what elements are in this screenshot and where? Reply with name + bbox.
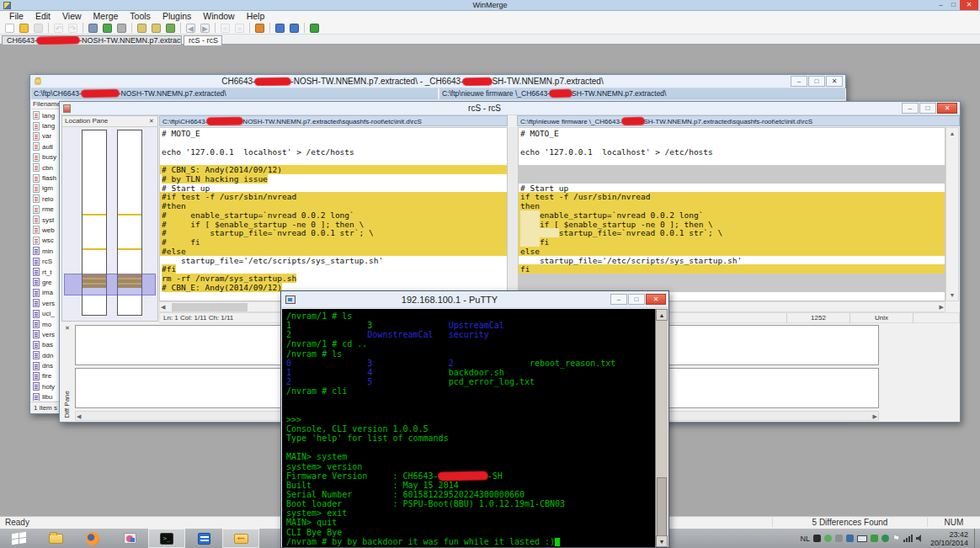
clock[interactable]: 23:42 20/10/2014 [930,530,968,547]
left-folder-path-header[interactable]: C:\ftp\CH6643--NOSH-TW.NNEMN.p7.extracte… [31,88,439,99]
minimize-button[interactable]: – [902,103,919,114]
diff-text: # CBN_E: Andy(2014/09/12) [162,283,282,292]
terminal-scrollbar[interactable]: ▲ ▼ [655,309,668,547]
toolbar[interactable]: ↶↷◀▶«» [0,22,980,35]
scroll-down-icon[interactable]: ▼ [656,535,668,547]
pane-divider[interactable] [508,127,518,301]
scroll-right-icon[interactable]: ▶ [873,413,877,420]
minimize-button[interactable]: – [610,294,627,305]
scroll-up-icon[interactable]: ▲ [946,128,958,139]
taskbar-blue-app[interactable] [185,529,222,548]
tab-folder-compare[interactable]: CH6643--NOSH-TW.NNEMN.p7.extracted\ - _C… [2,35,182,45]
menu-item-edit[interactable]: Edit [29,11,56,22]
scroll-up-icon[interactable]: ▲ [656,309,668,321]
action-center-flag-icon[interactable]: ⚑ [892,534,900,543]
close-icon[interactable]: ✕ [147,117,156,125]
taskbar-winmerge[interactable] [222,529,259,548]
maximize-button[interactable]: □ [919,103,936,114]
menu-bar[interactable]: FileEditViewMergeToolsPluginsWindowHelp [0,11,980,22]
minimize-button[interactable]: – [791,76,807,87]
rescan-button[interactable] [101,23,114,34]
start-button[interactable] [0,529,37,548]
right-code-editor[interactable]: # MOTO_Eecho '127.0.0.1 localhost' > /et… [518,127,945,301]
diff-block-c-button[interactable] [164,23,177,34]
close-button[interactable]: ✕ [937,103,957,114]
new-document-button[interactable] [3,23,16,34]
menu-item-help[interactable]: Help [241,11,271,22]
refresh-button[interactable] [308,23,321,34]
terminal-text: DownstreamCal security [367,330,489,339]
terminal-text: MAIN> quit [286,518,337,527]
tray-icon-blue-app[interactable] [846,535,854,542]
menu-item-tools[interactable]: Tools [124,11,157,22]
tray-icon-display[interactable] [857,535,867,542]
diff-block-b-button[interactable] [150,23,162,34]
tray-icon-sync[interactable] [871,535,878,542]
terminal[interactable]: /nvram/1 # ls1 3 UpstreamCal2 Downstream… [282,309,668,547]
options-wrench-button[interactable] [253,23,266,34]
scroll-left-icon[interactable]: ◀ [161,304,165,311]
tray-icon-gray-app[interactable] [835,535,843,542]
right-file-path-header[interactable]: C:\ftp\nieuwe firmware \_CH6643-SH-TW.NN… [517,115,960,126]
left-code-editor[interactable]: # MOTO_Eecho '127.0.0.1 localhost' > /et… [159,127,508,301]
folder-compare-title: CH6643--NOSH-TW.NNEMN.p7.extracted\ - _C… [56,77,770,86]
redo-button[interactable]: ↷ [67,23,79,34]
right-folder-path-header[interactable]: C:\ftp\nieuwe firmware \_CH6643-SH-TW.NN… [439,88,846,99]
save-button[interactable] [32,23,45,34]
location-pane[interactable]: Location Pane ✕ [61,115,158,322]
close-button[interactable]: ✕ [826,76,843,87]
browse-right-button[interactable] [288,23,301,34]
terminal-content[interactable]: /nvram/1 # ls1 3 UpstreamCal2 Downstream… [282,309,655,547]
winmerge-title-bar[interactable]: WinMerge – □ ✕ [0,0,980,11]
scroll-right-icon[interactable]: ▶ [940,304,944,311]
copy-right-button[interactable]: » [233,23,246,34]
vertical-scrollbar[interactable]: ▲ ▼ [945,127,959,301]
putty-window[interactable]: 192.168.100.1 - PuTTY – □ ✕ /nvram/1 # l… [280,290,669,548]
copy-left-button[interactable]: « [219,23,232,34]
scrollbar-thumb[interactable] [172,303,248,311]
folder-compare-title-bar[interactable]: CH6643--NOSH-TW.NNEMN.p7.extracted\ - _C… [30,75,845,88]
close-button[interactable]: ✕ [646,294,666,305]
maximize-button[interactable]: □ [628,294,645,305]
minimize-button[interactable]: – [935,0,947,10]
show-desktop-button[interactable] [974,529,977,548]
taskbar-firefox[interactable] [74,529,111,548]
open-button[interactable] [18,23,30,34]
prev-diff-button[interactable]: ◀ [184,23,197,34]
maximize-button[interactable]: □ [808,76,825,87]
menu-item-window[interactable]: Window [197,11,240,22]
rcs-title-bar[interactable]: rcS - rcS – □ ✕ [60,102,960,115]
tab-rcs-compare[interactable]: rcS - rcS [184,35,222,45]
document-tab-bar[interactable]: CH6643--NOSH-TW.NNEMN.p7.extracted\ - _C… [0,35,980,45]
menu-item-merge[interactable]: Merge [88,11,125,22]
volume-icon[interactable] [916,535,924,543]
view-grid-button[interactable] [87,23,99,34]
terminal-text: CLI Bye Bye [286,528,342,537]
maximize-button[interactable]: □ [947,0,960,10]
left-file-path-header[interactable]: C:\ftp\CH6643-NOSH-TW.NNEMN.p7.extracted… [159,115,508,126]
close-icon[interactable]: ✕ [63,323,72,332]
menu-item-plugins[interactable]: Plugins [157,11,197,22]
menu-item-view[interactable]: View [56,11,88,22]
scrollbar-thumb[interactable] [657,477,667,536]
next-diff-button[interactable]: ▶ [199,23,211,34]
tray-icon-shield[interactable] [881,535,889,542]
language-indicator[interactable]: NL [800,535,810,543]
taskbar-network-app[interactable] [111,529,148,548]
menu-item-file[interactable]: File [3,11,29,22]
browse-left-button[interactable] [274,23,286,34]
taskbar-explorer[interactable] [37,529,74,548]
undo-button[interactable]: ↶ [52,23,65,34]
tray-icon-console[interactable] [813,535,821,542]
diff-block-a-button[interactable] [136,23,148,34]
system-tray[interactable]: NL ⚑ 23:42 20/10/2014 [800,529,977,548]
options-gray-button[interactable] [115,23,128,34]
tray-icon-green-app[interactable] [824,535,832,542]
network-signal-icon[interactable] [903,535,913,542]
putty-title-bar[interactable]: 192.168.100.1 - PuTTY – □ ✕ [281,291,668,308]
close-button[interactable]: ✕ [960,0,978,10]
scroll-down-icon[interactable]: ▼ [946,290,958,301]
scroll-left-icon[interactable]: ◀ [77,413,81,420]
taskbar-putty[interactable]: >_ [148,529,185,548]
location-pane-viewport-indicator[interactable] [64,274,156,295]
